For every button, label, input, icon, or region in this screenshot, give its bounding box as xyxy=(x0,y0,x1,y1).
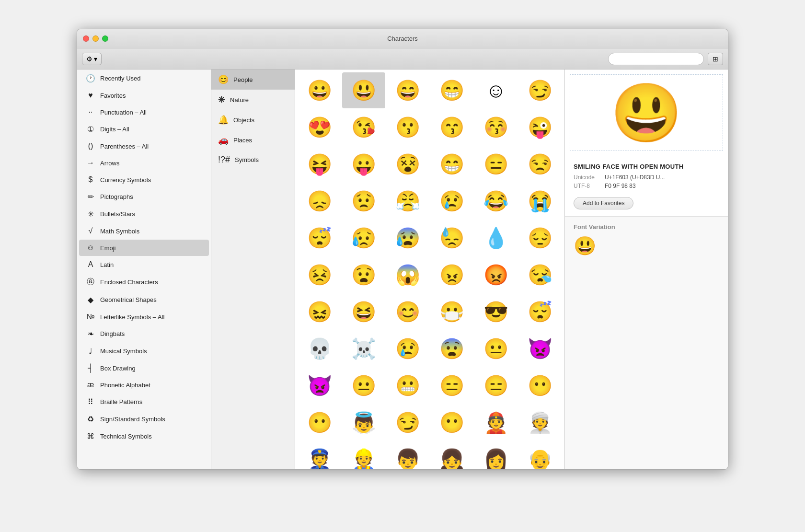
emoji-cell[interactable]: 😵 xyxy=(386,146,429,182)
emoji-cell[interactable]: 😶 xyxy=(518,368,562,404)
emoji-cell[interactable]: 😒 xyxy=(518,146,562,182)
sidebar-item-currency[interactable]: $ Currency Symbols xyxy=(79,172,209,188)
emoji-cell[interactable]: 😀 xyxy=(298,72,341,108)
emoji-cell[interactable]: 😙 xyxy=(430,109,473,145)
sidebar-item-arrows[interactable]: → Arrows xyxy=(79,155,209,171)
subcategory-item-places[interactable]: 🚗 Places xyxy=(211,130,295,150)
maximize-button[interactable] xyxy=(102,35,108,42)
emoji-cell[interactable]: 😴 xyxy=(518,294,562,330)
emoji-cell[interactable]: 😜 xyxy=(518,109,562,145)
emoji-cell[interactable]: 😐 xyxy=(342,368,385,404)
emoji-cell[interactable]: 😣 xyxy=(298,257,341,293)
sidebar-item-technical[interactable]: ⌘ Technical Symbols xyxy=(79,428,209,445)
emoji-cell[interactable]: 😚 xyxy=(474,109,518,145)
emoji-cell[interactable]: ☺️ xyxy=(474,72,518,108)
sidebar-item-geometrical[interactable]: ◆ Geometrical Shapes xyxy=(79,291,209,308)
sidebar-item-musical[interactable]: ♩ Musical Symbols xyxy=(79,343,209,359)
gear-button[interactable]: ⚙ ▾ xyxy=(82,53,102,65)
emoji-cell[interactable]: 😡 xyxy=(474,257,518,293)
sidebar-item-pictographs[interactable]: ✏ Pictographs xyxy=(79,188,209,205)
emoji-cell[interactable]: ☠️ xyxy=(342,331,385,367)
emoji-cell[interactable]: 😃 xyxy=(342,72,385,108)
emoji-cell[interactable]: 😑 xyxy=(474,368,518,404)
emoji-cell[interactable]: 👳 xyxy=(518,405,562,440)
emoji-cell[interactable]: 😐 xyxy=(474,331,518,367)
sidebar-item-letterlike[interactable]: № Letterlike Symbols – All xyxy=(79,309,209,325)
sidebar-item-digits[interactable]: ① Digits – All xyxy=(79,121,209,138)
emoji-cell[interactable]: 😴 xyxy=(298,220,341,256)
subcategory-item-objects[interactable]: 🔔 Objects xyxy=(211,110,295,130)
emoji-cell[interactable]: 😝 xyxy=(298,146,341,182)
emoji-cell[interactable]: 😢 xyxy=(386,331,429,367)
emoji-cell[interactable]: 👧 xyxy=(430,441,473,469)
emoji-cell[interactable]: 😶 xyxy=(298,405,341,440)
emoji-cell[interactable]: 😑 xyxy=(474,146,518,182)
emoji-cell[interactable]: 😁 xyxy=(430,146,473,182)
emoji-cell[interactable]: 😘 xyxy=(342,109,385,145)
sidebar-item-punctuation[interactable]: ·· Punctuation – All xyxy=(79,104,209,120)
subcategory-item-people[interactable]: 😊 People xyxy=(211,69,295,90)
emoji-cell[interactable]: 💀 xyxy=(298,331,341,367)
emoji-cell[interactable]: 😶 xyxy=(430,405,473,440)
sidebar-item-sign-standard[interactable]: ♻ Sign/Standard Symbols xyxy=(79,411,209,428)
emoji-cell[interactable]: 👮 xyxy=(298,441,341,469)
emoji-cell[interactable]: 😎 xyxy=(474,294,518,330)
search-input[interactable] xyxy=(608,53,704,65)
emoji-cell[interactable]: 😔 xyxy=(518,220,562,256)
emoji-cell[interactable]: 😢 xyxy=(430,183,473,219)
sidebar-item-braille[interactable]: ⠿ Braille Patterns xyxy=(79,393,209,410)
emoji-cell[interactable]: 👿 xyxy=(298,368,341,404)
sidebar-item-dingbats[interactable]: ❧ Dingbats xyxy=(79,325,209,342)
emoji-cell[interactable]: 👼 xyxy=(342,405,385,440)
emoji-cell[interactable]: 😷 xyxy=(430,294,473,330)
subcategory-item-symbols[interactable]: !?# Symbols xyxy=(211,150,295,170)
emoji-cell[interactable]: 👴 xyxy=(518,441,562,469)
emoji-cell[interactable]: 😬 xyxy=(386,368,429,404)
emoji-cell[interactable]: 😗 xyxy=(386,109,429,145)
sidebar-item-favorites[interactable]: ♥ Favorites xyxy=(79,87,209,104)
emoji-cell[interactable]: 😰 xyxy=(386,220,429,256)
grid-view-button[interactable]: ⊞ xyxy=(708,53,723,65)
emoji-cell[interactable]: 💧 xyxy=(474,220,518,256)
emoji-cell[interactable]: 😞 xyxy=(298,183,341,219)
emoji-cell[interactable]: 😛 xyxy=(342,146,385,182)
emoji-cell[interactable]: 😤 xyxy=(386,183,429,219)
emoji-cell[interactable]: 😍 xyxy=(298,109,341,145)
emoji-cell[interactable]: 😓 xyxy=(430,220,473,256)
emoji-cell[interactable]: 😄 xyxy=(386,72,429,108)
emoji-cell[interactable]: 👿 xyxy=(518,331,562,367)
sidebar-item-math[interactable]: √ Math Symbols xyxy=(79,223,209,239)
add-to-favorites-button[interactable]: Add to Favorites xyxy=(574,197,633,209)
sidebar-item-bullets[interactable]: ✳ Bullets/Stars xyxy=(79,206,209,222)
close-button[interactable] xyxy=(83,35,89,42)
sidebar-item-box-drawing[interactable]: ┤ Box Drawing xyxy=(79,360,209,376)
sidebar-item-enclosed[interactable]: ⓐ Enclosed Characters xyxy=(79,273,209,291)
emoji-cell[interactable]: 👷 xyxy=(342,441,385,469)
sidebar-item-emoji[interactable]: ☺ Emoji xyxy=(79,240,209,256)
emoji-grid-container[interactable]: 😀😃😄😁☺️😏😍😘😗😙😚😜😝😛😵😁😑😒😞😟😤😢😂😭😴😥😰😓💧😔😣😧😱😠😡😪😖😆😊… xyxy=(295,69,565,469)
subcategory-item-nature[interactable]: ❋ Nature xyxy=(211,90,295,110)
emoji-cell[interactable]: 😏 xyxy=(386,405,429,440)
emoji-cell[interactable]: 😆 xyxy=(342,294,385,330)
emoji-cell[interactable]: 😁 xyxy=(430,72,473,108)
emoji-cell[interactable]: 👲 xyxy=(474,405,518,440)
emoji-cell[interactable]: 😊 xyxy=(386,294,429,330)
emoji-cell[interactable]: 😏 xyxy=(518,72,562,108)
emoji-cell[interactable]: 😖 xyxy=(298,294,341,330)
sidebar-item-parentheses[interactable]: () Parentheses – All xyxy=(79,138,209,154)
sidebar-item-recently-used[interactable]: 🕐 Recently Used xyxy=(79,70,209,87)
emoji-cell[interactable]: 😠 xyxy=(430,257,473,293)
emoji-cell[interactable]: 😪 xyxy=(518,257,562,293)
emoji-cell[interactable]: 😭 xyxy=(518,183,562,219)
emoji-cell[interactable]: 😨 xyxy=(430,331,473,367)
emoji-cell[interactable]: 😂 xyxy=(474,183,518,219)
emoji-cell[interactable]: 😑 xyxy=(430,368,473,404)
minimize-button[interactable] xyxy=(92,35,99,42)
emoji-cell[interactable]: 😥 xyxy=(342,220,385,256)
emoji-cell[interactable]: 😟 xyxy=(342,183,385,219)
emoji-cell[interactable]: 👦 xyxy=(386,441,429,469)
sidebar-item-phonetic[interactable]: æ Phonetic Alphabet xyxy=(79,377,209,393)
emoji-cell[interactable]: 👩 xyxy=(474,441,518,469)
emoji-cell[interactable]: 😱 xyxy=(386,257,429,293)
sidebar-item-latin[interactable]: A Latin xyxy=(79,256,209,273)
